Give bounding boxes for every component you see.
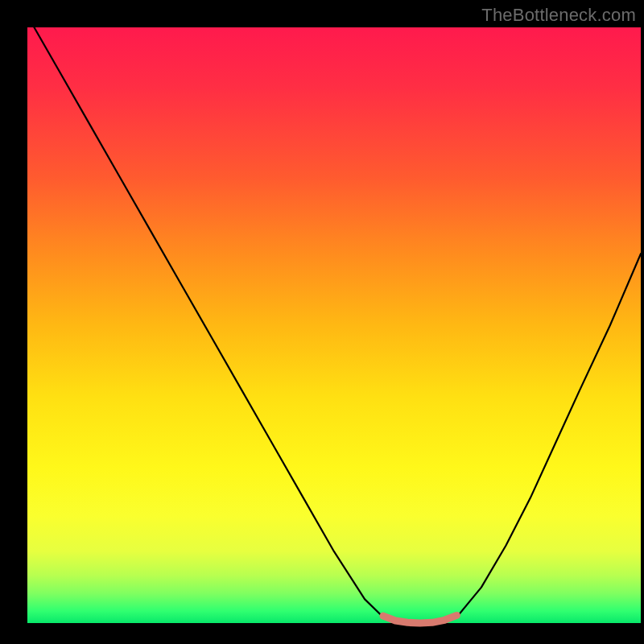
watermark-text: TheBottleneck.com: [481, 5, 636, 26]
chart-frame: TheBottleneck.com: [0, 0, 644, 644]
bottleneck-curve-path: [27, 15, 641, 623]
chart-svg: [27, 27, 641, 623]
optimal-zone-path: [383, 615, 456, 623]
plot-area: [27, 27, 641, 623]
